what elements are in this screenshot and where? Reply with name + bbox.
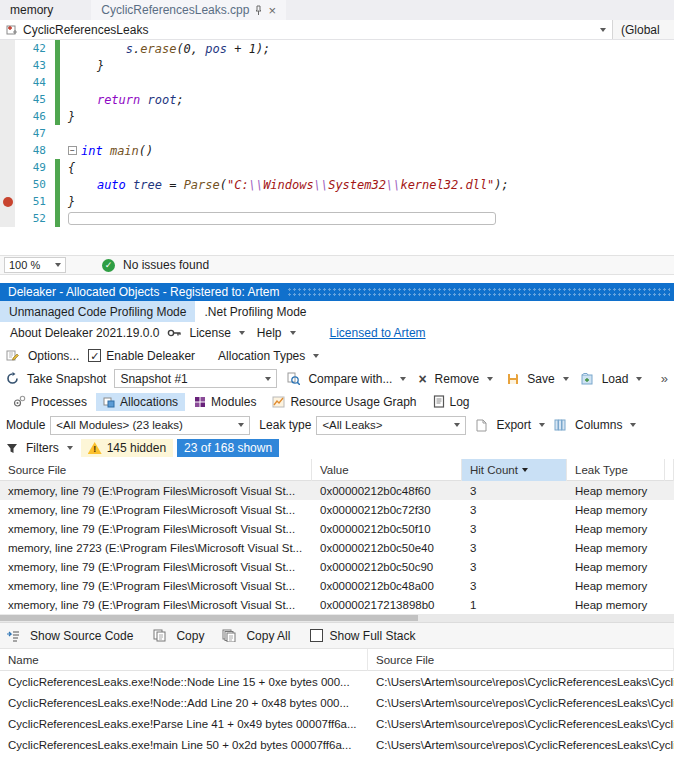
code-text[interactable]: s.erase(0, pos + 1); <box>60 42 674 56</box>
table-row[interactable]: xmemory, line 79 (E:\Program Files\Micro… <box>0 595 674 614</box>
breakpoint-gutter[interactable] <box>0 159 15 176</box>
deleaker-title-bar[interactable]: Deleaker - Allocated Objects - Registere… <box>0 283 674 301</box>
stack-row[interactable]: CyclicReferencesLeaks.exe!Parse Line 41 … <box>0 713 674 734</box>
show-source-code-button[interactable]: Show Source Code <box>26 629 137 643</box>
export-button[interactable]: Export <box>492 418 549 432</box>
table-row[interactable]: xmemory, line 79 (E:\Program Files\Micro… <box>0 576 674 595</box>
editor-status-bar: 100 % ✓ No issues found <box>0 255 674 275</box>
breakpoint-gutter[interactable] <box>0 210 15 227</box>
line-number: 47 <box>15 127 55 140</box>
filters-row: Filters ! 145 hidden 23 of 168 shown <box>0 437 674 459</box>
allocations-table: Source File Value Hit Count Leak Type xm… <box>0 459 674 622</box>
table-row[interactable]: xmemory, line 79 (E:\Program Files\Micro… <box>0 481 674 500</box>
breakpoint-gutter[interactable] <box>0 125 15 142</box>
tab-memory[interactable]: memory <box>0 0 63 20</box>
breakpoint-gutter[interactable] <box>0 74 15 91</box>
tab-cyclicreferencesleaks-cpp[interactable]: CyclicReferencesLeaks.cpp × <box>91 0 286 20</box>
load-button[interactable]: Load <box>598 372 647 386</box>
close-icon[interactable]: × <box>268 4 276 17</box>
filters-menu[interactable]: Filters <box>22 441 77 455</box>
snapshot-dropdown[interactable]: Snapshot #1 <box>114 369 277 388</box>
code-text[interactable]: auto tree = Parse("C:\\Windows\\System32… <box>60 178 674 192</box>
column-header-leak-type[interactable]: Leak Type <box>567 459 665 481</box>
breakpoint-gutter[interactable] <box>0 176 15 193</box>
cell-name: CyclicReferencesLeaks.exe!Parse Line 41 … <box>0 718 368 730</box>
module-dropdown[interactable]: <All Modules> (23 leaks) <box>50 416 250 435</box>
code-text[interactable]: } <box>60 195 674 209</box>
allocation-types-menu[interactable]: Allocation Types <box>214 349 323 363</box>
breakpoint-gutter[interactable] <box>0 142 15 159</box>
breakpoint-gutter[interactable] <box>0 108 15 125</box>
help-menu[interactable]: Help <box>253 326 300 340</box>
copy-button[interactable]: Copy <box>172 629 208 643</box>
remove-button[interactable]: Remove <box>431 372 498 386</box>
table-row[interactable]: xmemory, line 79 (E:\Program Files\Micro… <box>0 557 674 576</box>
code-token <box>103 144 110 158</box>
breakpoint-icon[interactable] <box>3 197 13 207</box>
compare-with-button[interactable]: Compare with... <box>304 372 410 386</box>
tab-unmanaged-profiling[interactable]: Unmanaged Code Profiling Mode <box>0 301 195 322</box>
hidden-count-badge[interactable]: ! 145 hidden <box>81 439 173 457</box>
code-editor[interactable]: 42 s.erase(0, pos + 1);43 }4445 return r… <box>0 40 674 255</box>
scope-dropdown[interactable]: CyclicReferencesLeaks <box>0 20 612 39</box>
columns-button[interactable]: Columns <box>571 418 640 432</box>
tab-processes[interactable]: Processes <box>6 393 94 411</box>
horizontal-scrollbar[interactable] <box>0 614 674 622</box>
code-text[interactable]: } <box>60 59 674 73</box>
tab-allocations[interactable]: Allocations <box>96 393 185 411</box>
breakpoint-gutter[interactable] <box>0 91 15 108</box>
tab-resource-usage-graph[interactable]: Resource Usage Graph <box>265 393 423 411</box>
code-text[interactable]: { <box>60 161 674 175</box>
breakpoint-gutter[interactable] <box>0 40 15 57</box>
options-icon <box>6 349 19 362</box>
code-token <box>140 93 147 107</box>
member-dropdown[interactable]: (Global <box>612 20 674 39</box>
column-header-name[interactable]: Name <box>0 649 368 671</box>
remove-label: Remove <box>435 372 480 386</box>
column-header-source-file[interactable]: Source File <box>368 649 674 671</box>
scrollbar-thumb[interactable] <box>0 615 418 621</box>
code-text[interactable] <box>60 212 674 225</box>
code-text[interactable]: −int main() <box>60 144 674 158</box>
zoom-dropdown[interactable]: 100 % <box>4 257 66 273</box>
save-button[interactable]: Save <box>523 372 572 386</box>
license-menu[interactable]: License <box>185 326 248 340</box>
leak-type-dropdown[interactable]: <All Leaks> <box>316 416 466 435</box>
stack-row[interactable]: CyclicReferencesLeaks.exe!main Line 50 +… <box>0 734 674 755</box>
licensed-to-link[interactable]: Licensed to Artem <box>330 326 426 340</box>
table-row[interactable]: xmemory, line 79 (E:\Program Files\Micro… <box>0 519 674 538</box>
editor-navigation-bar: CyclicReferencesLeaks (Global <box>0 20 674 40</box>
table-row[interactable]: memory, line 2723 (E:\Program Files\Micr… <box>0 538 674 557</box>
save-icon <box>507 373 519 385</box>
stack-row[interactable]: CyclicReferencesLeaks.exe!Node::Add Line… <box>0 692 674 713</box>
column-header-source-file[interactable]: Source File <box>0 459 312 481</box>
collapse-icon[interactable]: − <box>68 146 77 155</box>
breakpoint-gutter[interactable] <box>0 57 15 74</box>
code-token: kernel32.dll" <box>400 178 494 192</box>
tab-modules[interactable]: Modules <box>187 393 263 411</box>
show-full-stack-checkbox[interactable] <box>310 629 323 642</box>
enable-deleaker-checkbox[interactable]: ✓ <box>88 349 101 362</box>
table-row[interactable]: xmemory, line 79 (E:\Program Files\Micro… <box>0 500 674 519</box>
stack-row[interactable]: CyclicReferencesLeaks.exe!Node::Node Lin… <box>0 671 674 692</box>
breakpoint-gutter[interactable] <box>0 193 15 210</box>
code-text[interactable]: } <box>60 110 674 124</box>
code-text[interactable]: return root; <box>60 93 674 107</box>
options-button[interactable]: Options... <box>24 349 83 363</box>
tab-net-profiling[interactable]: .Net Profiling Mode <box>195 301 315 322</box>
cell-value: 0x00000212b0c50f10 <box>312 523 462 535</box>
copy-all-button[interactable]: Copy All <box>242 629 294 643</box>
column-header-hit-count[interactable]: Hit Count <box>462 459 567 481</box>
pin-icon[interactable] <box>254 5 263 16</box>
tab-log[interactable]: Log <box>426 393 477 411</box>
toolbar-overflow-icon[interactable]: » <box>661 371 668 386</box>
code-token: return <box>97 93 140 107</box>
cell-source-file: memory, line 2723 (E:\Program Files\Micr… <box>0 542 312 554</box>
chevron-down-icon <box>290 331 296 335</box>
take-snapshot-button[interactable]: Take Snapshot <box>23 372 110 386</box>
tab-label: Log <box>450 395 470 409</box>
enable-deleaker-label: Enable Deleaker <box>106 349 195 363</box>
cell-name: CyclicReferencesLeaks.exe!main Line 50 +… <box>0 739 368 751</box>
about-menu-item[interactable]: About Deleaker 2021.19.0.0 <box>6 326 163 340</box>
column-header-value[interactable]: Value <box>312 459 462 481</box>
